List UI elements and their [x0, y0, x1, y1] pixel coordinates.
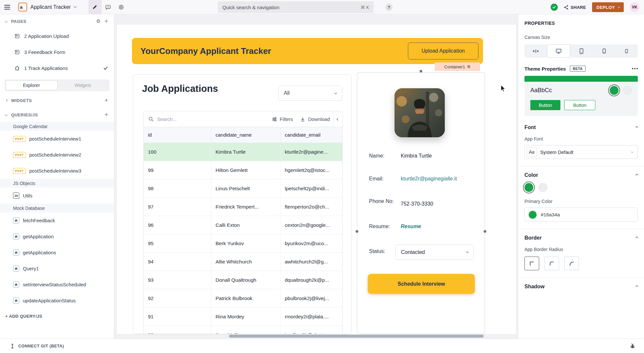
color-section-header[interactable]: Color — [524, 172, 638, 178]
resize-handle-top[interactable] — [420, 70, 422, 73]
horizontal-scrollbar[interactable] — [229, 335, 484, 338]
deploy-button[interactable]: DEPLOY — [592, 2, 624, 12]
page-label: 3 Feeedback Form — [24, 49, 65, 55]
query-item[interactable]: Query1 — [0, 261, 114, 277]
font-section-header[interactable]: Font — [524, 125, 638, 130]
upload-application-button[interactable]: Upload Application — [408, 42, 478, 59]
theme-button-filled: Button — [530, 100, 560, 110]
app-logo[interactable]: a_ — [18, 3, 27, 11]
help-button[interactable]: ? — [385, 4, 393, 11]
column-header-id[interactable]: id — [144, 127, 211, 143]
view-mode-button[interactable] — [115, 0, 128, 14]
fluid-width-option[interactable] — [524, 44, 547, 58]
status-filter-select[interactable]: All — [278, 86, 342, 101]
primary-color-input[interactable]: #16a34a — [524, 208, 638, 222]
column-header-candidate-name[interactable]: candidate_name — [211, 127, 281, 143]
add-page-button[interactable]: + — [105, 18, 108, 25]
tablet-option[interactable] — [593, 44, 615, 58]
gear-icon[interactable]: ⚙ — [467, 64, 471, 69]
filters-button[interactable]: Filters — [272, 116, 293, 122]
share-button[interactable]: SHARE — [564, 5, 586, 10]
border-section-header[interactable]: Border — [524, 235, 638, 241]
radius-round-icon — [568, 260, 575, 267]
query-item[interactable]: POSTpostScheduleInterview1 — [0, 131, 114, 147]
table-cell: cexton2n@google... — [281, 216, 342, 234]
border-radius-round-option[interactable] — [564, 257, 579, 270]
app-root: a_ Applicant Tracker Quick search & navi… — [0, 0, 644, 353]
debug-bug-icon[interactable] — [630, 343, 636, 349]
js-object-badge: JS — [13, 193, 19, 199]
query-item[interactable]: fetchFeedback — [0, 212, 114, 228]
table-cell: lpetschelt2p@indi... — [281, 179, 342, 197]
candidate-detail-container[interactable]: Name: Kimbra Turtle Email: kturtle2r@pag… — [357, 72, 485, 334]
border-radius-sharp-option[interactable] — [524, 257, 539, 270]
more-menu-icon[interactable] — [632, 68, 638, 69]
query-item[interactable]: updateApplicationStatus — [0, 293, 114, 309]
table-row[interactable]: 94Allie Whitchurchawhitchurch2l@g... — [144, 252, 342, 271]
add-query-button[interactable]: + — [105, 111, 108, 118]
theme-color-swatch-light[interactable] — [623, 86, 632, 95]
query-item[interactable]: setInterviewStatusScheduled — [0, 277, 114, 293]
resize-handle-right[interactable] — [484, 230, 486, 233]
hamburger-menu-icon[interactable] — [0, 0, 14, 14]
phone-option[interactable] — [615, 44, 638, 58]
gear-icon[interactable]: ⚙ — [96, 18, 100, 24]
query-item[interactable]: JSUtils — [0, 188, 114, 204]
connect-git-button[interactable]: CONNECT GIT (BETA) — [10, 344, 64, 349]
table-row[interactable]: 90Jany Mullinsjmullins2h@shutt... — [144, 326, 342, 334]
tab-widgets[interactable]: Widgets — [57, 80, 109, 90]
border-radius-medium-option[interactable] — [544, 257, 559, 270]
table-row[interactable]: 95Berk Yurikovbyurikov2m@uco... — [144, 234, 342, 252]
widgets-section-header[interactable]: WIDGETS + — [0, 93, 114, 108]
queries-section-header[interactable]: QUERIES/JS + — [0, 108, 114, 122]
table-row[interactable]: 97Friedrick Tempert...ftemperton2o@ch... — [144, 197, 342, 216]
app-font-label: App Font — [524, 136, 638, 142]
add-query-js-button[interactable]: + ADD QUERY/JS — [0, 309, 114, 324]
table-row[interactable]: 99Hilton Gemletthgemlett2q@istoc... — [144, 161, 342, 179]
sidebar-page-item[interactable]: 1 Track Applications — [0, 60, 114, 76]
header-banner-container[interactable]: YourCompany Applicant Tracker Upload App… — [132, 38, 483, 64]
download-button[interactable]: Download — [300, 116, 330, 122]
edit-mode-button[interactable] — [89, 0, 102, 14]
table-row[interactable]: 91Rina Mordeyrmordey2i@plala.... — [144, 307, 342, 326]
field-label: Name: — [369, 153, 401, 159]
table-row[interactable]: 100Kimbra Turtlekturtle2r@pagine... — [144, 143, 342, 161]
comments-mode-button[interactable] — [102, 0, 115, 14]
theme-preview-card[interactable]: AaBbCc Button Button — [524, 76, 638, 116]
user-avatar[interactable]: VK — [630, 2, 639, 12]
resume-link[interactable]: Resume — [401, 224, 421, 229]
sidebar-page-item[interactable]: 2 Application Upload — [0, 28, 114, 44]
query-item[interactable]: POSTpostScheduleInterview2 — [0, 147, 114, 163]
email-link[interactable]: kturtle2r@paginegialle.it — [401, 176, 457, 182]
color-swatch-light[interactable] — [539, 183, 547, 192]
table-row[interactable]: 98Linus Petscheltlpetschelt2p@indi... — [144, 179, 342, 197]
column-header-candidate-email[interactable]: candidate_email — [281, 127, 342, 143]
table-row[interactable]: 92Patrick Bulbrookpbulbrook2j@livej... — [144, 289, 342, 307]
color-swatch-green[interactable] — [524, 183, 533, 192]
resize-handle-left[interactable] — [356, 230, 358, 233]
canvas-size-segmented-control — [524, 44, 638, 58]
schedule-interview-button[interactable]: Schedule Interview — [368, 274, 475, 294]
field-label: Email: — [369, 176, 401, 182]
mode-tabs — [89, 0, 128, 14]
table-row[interactable]: 96Calli Extoncexton2n@google... — [144, 216, 342, 234]
add-widget-button[interactable]: + — [105, 97, 108, 104]
query-item[interactable]: getApplication — [0, 228, 114, 244]
shadow-section-header[interactable]: Shadow — [524, 284, 638, 290]
tab-explorer[interactable]: Explorer — [6, 80, 57, 90]
quick-search-input[interactable]: Quick search & navigation ⌘ K — [218, 1, 374, 13]
app-title-menu[interactable]: Applicant Tracker — [30, 4, 76, 10]
theme-color-swatch-green[interactable] — [610, 86, 619, 95]
tablet-large-option[interactable] — [570, 44, 593, 58]
app-font-select[interactable]: Aa System Default — [524, 145, 638, 159]
status-select[interactable]: Contacted — [395, 244, 474, 260]
pages-section-header[interactable]: PAGES ⚙ + — [0, 14, 114, 28]
query-item[interactable]: POSTpostScheduleInterview3 — [0, 163, 114, 179]
table-search-input[interactable]: Search... — [157, 116, 272, 122]
table-row[interactable]: 93Donall Qualtroughdqualtrough2k@p... — [144, 271, 342, 289]
widget-name-tag[interactable]: Container1 ⚙ — [435, 62, 480, 71]
collapse-panel-button[interactable] — [333, 111, 342, 127]
sidebar-page-item[interactable]: 3 Feeedback Form — [0, 44, 114, 60]
desktop-option[interactable] — [547, 44, 570, 58]
query-item[interactable]: getApplications — [0, 244, 114, 261]
